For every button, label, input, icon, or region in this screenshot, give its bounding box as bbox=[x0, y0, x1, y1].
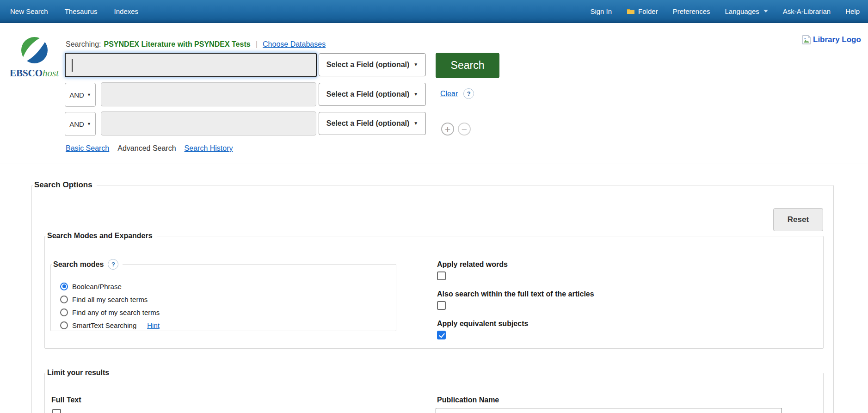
mode-row-smarttext: SmartText Searching Hint bbox=[60, 319, 396, 332]
mode-row-boolean-phrase: Boolean/Phrase bbox=[60, 280, 396, 293]
nav-left-group: New Search Thesaurus Indexes bbox=[0, 7, 138, 15]
nav-indexes[interactable]: Indexes bbox=[114, 7, 139, 15]
caret-down-icon: ▼ bbox=[87, 93, 91, 97]
library-logo-label: Library Logo bbox=[813, 35, 861, 44]
nav-help[interactable]: Help bbox=[845, 7, 860, 15]
ebscohost-advanced-search-page: New Search Thesaurus Indexes Sign In Fol… bbox=[0, 0, 868, 413]
nav-preferences[interactable]: Preferences bbox=[673, 7, 710, 15]
caret-down-icon: ▼ bbox=[87, 122, 91, 126]
search-modes-expanders-legend: Search Modes and Expanders bbox=[46, 232, 157, 240]
search-button[interactable]: Search bbox=[436, 53, 499, 78]
nav-ask-a-librarian[interactable]: Ask-A-Librarian bbox=[783, 7, 831, 15]
full-text-checkbox[interactable] bbox=[52, 409, 61, 413]
search-term-input-3[interactable] bbox=[101, 111, 316, 136]
mode-radio-2[interactable] bbox=[60, 308, 68, 316]
remove-row-button[interactable]: − bbox=[458, 123, 471, 136]
nav-right-group: Sign In Folder Preferences Languages Ask… bbox=[590, 7, 868, 15]
add-row-button[interactable]: + bbox=[441, 123, 454, 136]
text-cursor bbox=[72, 59, 73, 72]
field-select-2-label: Select a Field (optional) bbox=[326, 90, 410, 99]
limit-results-legend: Limit your results bbox=[46, 369, 113, 377]
search-mode-links: Basic Search Advanced Search Search Hist… bbox=[66, 144, 233, 153]
boolean-operator-select-2[interactable]: AND ▼ bbox=[65, 83, 96, 107]
nav-folder[interactable]: Folder bbox=[627, 7, 658, 15]
field-select-3[interactable]: Select a Field (optional) ▼ bbox=[319, 112, 426, 135]
ebsco-globe-icon bbox=[21, 37, 48, 65]
choose-databases-link[interactable]: Choose Databases bbox=[263, 40, 326, 49]
search-term-input-2[interactable] bbox=[101, 82, 316, 106]
caret-down-icon bbox=[763, 10, 768, 12]
search-modes-help-icon[interactable]: ? bbox=[108, 259, 118, 270]
search-header: EBSCOhost Searching: PSYNDEX Literature … bbox=[0, 23, 868, 164]
caret-down-icon: ▼ bbox=[413, 121, 418, 126]
field-select-1-label: Select a Field (optional) bbox=[326, 61, 410, 69]
expanders-column: Apply related words Also search within t… bbox=[437, 260, 594, 349]
field-select-3-label: Select a Field (optional) bbox=[326, 119, 410, 128]
mode-row-find-all: Find all my search terms bbox=[60, 293, 396, 306]
mode-row-find-any: Find any of my search terms bbox=[60, 306, 396, 319]
field-select-2[interactable]: Select a Field (optional) ▼ bbox=[319, 83, 426, 106]
mode-radio-3[interactable] bbox=[60, 321, 68, 329]
ebscohost-wordmark: EBSCOhost bbox=[8, 68, 60, 79]
ebscohost-logo: EBSCOhost bbox=[8, 37, 60, 79]
expander-checkbox-1[interactable] bbox=[437, 301, 446, 310]
searching-label: Searching: bbox=[66, 40, 101, 49]
separator: | bbox=[256, 40, 258, 49]
full-text-label: Full Text bbox=[51, 396, 81, 404]
search-term-input-1[interactable] bbox=[65, 53, 317, 77]
search-options-legend: Search Options bbox=[33, 180, 97, 190]
nav-languages[interactable]: Languages bbox=[725, 7, 768, 15]
mode-label-0: Boolean/Phrase bbox=[72, 283, 122, 290]
operator-label: AND bbox=[69, 120, 84, 128]
clear-help-icon[interactable]: ? bbox=[463, 88, 474, 99]
limit-results-section: Limit your results Full Text Publication… bbox=[44, 369, 824, 413]
expander-label-0: Apply related words bbox=[437, 260, 594, 269]
search-modes-legend-wrap: Search modes ? bbox=[52, 259, 123, 270]
nav-new-search[interactable]: New Search bbox=[10, 7, 48, 15]
mode-radio-0[interactable] bbox=[60, 283, 68, 290]
publication-name-label: Publication Name bbox=[437, 396, 499, 404]
advanced-search-label: Advanced Search bbox=[117, 144, 176, 153]
basic-search-link[interactable]: Basic Search bbox=[66, 144, 109, 153]
top-navigation-bar: New Search Thesaurus Indexes Sign In Fol… bbox=[0, 0, 868, 23]
operator-label: AND bbox=[69, 91, 84, 99]
boolean-operator-select-3[interactable]: AND ▼ bbox=[65, 112, 96, 136]
smarttext-hint-link[interactable]: Hint bbox=[147, 321, 160, 329]
nav-thesaurus[interactable]: Thesaurus bbox=[65, 7, 98, 15]
search-modes-radio-list: Boolean/Phrase Find all my search terms … bbox=[51, 270, 396, 332]
searching-line: Searching: PSYNDEX Literature with PSYND… bbox=[66, 40, 326, 49]
clear-link[interactable]: Clear bbox=[440, 90, 458, 98]
nav-sign-in[interactable]: Sign In bbox=[590, 7, 612, 15]
nav-languages-label: Languages bbox=[725, 7, 759, 15]
caret-down-icon: ▼ bbox=[413, 92, 418, 97]
field-select-1[interactable]: Select a Field (optional) ▼ bbox=[319, 53, 426, 76]
mode-label-2: Find any of my search terms bbox=[72, 308, 160, 316]
mode-label-3: SmartText Searching bbox=[72, 321, 136, 329]
expander-label-2: Apply equivalent subjects bbox=[437, 320, 594, 328]
broken-image-icon bbox=[801, 34, 812, 45]
mode-label-1: Find all my search terms bbox=[72, 296, 148, 303]
search-modes-expanders-section: Search Modes and Expanders Search modes … bbox=[44, 232, 824, 349]
expander-label-1: Also search within the full text of the … bbox=[437, 290, 594, 298]
reset-button[interactable]: Reset bbox=[773, 208, 823, 231]
nav-folder-label: Folder bbox=[638, 7, 658, 15]
search-modes-group: Search modes ? Boolean/Phrase Find all m… bbox=[50, 259, 396, 331]
caret-down-icon: ▼ bbox=[413, 62, 418, 67]
library-logo[interactable]: Library Logo bbox=[801, 34, 861, 45]
expander-checkbox-2[interactable] bbox=[437, 331, 446, 339]
search-modes-legend: Search modes bbox=[53, 260, 104, 269]
expander-checkbox-0[interactable] bbox=[437, 271, 446, 280]
clear-controls: Clear ? bbox=[440, 88, 474, 99]
search-history-link[interactable]: Search History bbox=[185, 144, 233, 153]
mode-radio-1[interactable] bbox=[60, 296, 68, 303]
folder-icon bbox=[627, 8, 635, 14]
database-name: PSYNDEX Literature with PSYNDEX Tests bbox=[104, 40, 251, 49]
publication-name-input[interactable] bbox=[436, 408, 782, 413]
